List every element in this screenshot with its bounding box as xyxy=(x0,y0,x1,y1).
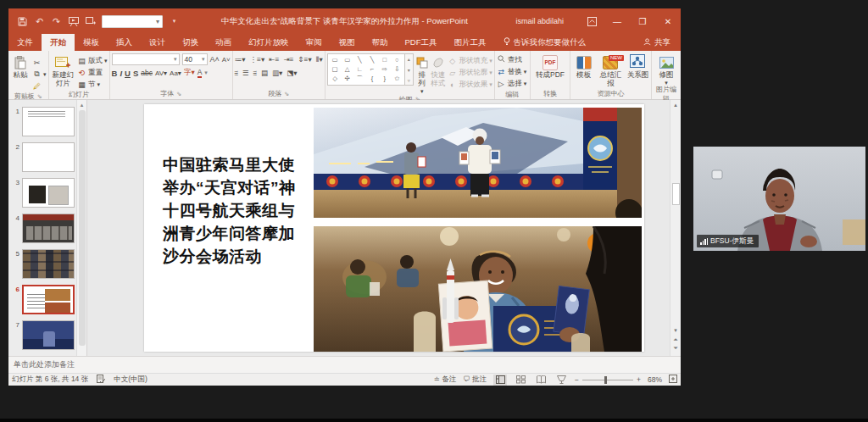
zoom-out-icon[interactable]: − xyxy=(575,375,579,384)
cut-button[interactable]: ✂ xyxy=(32,57,47,68)
slideshow-icon[interactable] xyxy=(68,16,79,27)
strikethrough-button[interactable]: abc xyxy=(141,69,153,77)
ribbon-display-options-button[interactable] xyxy=(579,8,604,34)
increase-font-icon[interactable]: A˄ xyxy=(210,55,220,64)
find-button[interactable]: 查找 xyxy=(497,54,522,65)
slide-title-textbox[interactable]: 中国驻索马里大使 举办“天宫对话”神 十四号航天乘组与 洲青少年问答摩加 沙分会… xyxy=(163,153,320,268)
arrange-button[interactable]: 排列▾ xyxy=(415,53,429,95)
format-painter-button[interactable]: 🖉 xyxy=(32,81,47,92)
align-center-icon[interactable]: ☰ xyxy=(242,69,249,77)
next-slide-icon[interactable]: ⏷ xyxy=(673,345,678,352)
slide-canvas[interactable]: 中国驻索马里大使 举办“天宫对话”神 十四号航天乘组与 洲青少年问答摩加 沙分会… xyxy=(144,104,644,352)
tab-transitions[interactable]: 切换 xyxy=(174,34,207,51)
thumbnail-slide-6-selected[interactable]: 6 xyxy=(12,285,75,314)
layout-button[interactable]: ▤版式▾ xyxy=(77,55,108,66)
bullets-icon[interactable]: ≔▾ xyxy=(235,55,246,64)
templates-button[interactable]: 模板 xyxy=(572,53,595,80)
align-right-icon[interactable]: Ⲷ xyxy=(253,69,257,77)
paragraph-dialog-launcher[interactable]: ⇘ xyxy=(284,91,289,97)
notes-toggle-button[interactable]: ≐ 备注 xyxy=(434,375,456,385)
increase-indent-icon[interactable]: ⇥≡ xyxy=(283,55,293,64)
tab-pdf-tools[interactable]: PDF工具 xyxy=(397,34,446,51)
scrollbar-thumb[interactable] xyxy=(79,110,86,346)
select-button[interactable]: ▷选择▾ xyxy=(497,78,527,89)
text-direction-icon[interactable]: ⫴▾ xyxy=(316,55,323,64)
numbering-icon[interactable]: ⋮≡▾ xyxy=(250,55,265,64)
share-button[interactable]: 共享 xyxy=(633,34,681,51)
thumbnail-slide-7[interactable]: 7 xyxy=(12,320,75,350)
slide-number-indicator[interactable]: 幻灯片 第 6 张, 共 14 张 xyxy=(12,375,88,385)
decrease-font-icon[interactable]: A˅ xyxy=(222,56,231,64)
slideshow-view-icon[interactable] xyxy=(554,375,568,386)
paste-button[interactable]: 粘贴 xyxy=(10,53,31,80)
shapes-gallery[interactable]: ▭▭╲╲□○ ▢△∟⌐⇨⇩ ◇✣⌒{}✩ xyxy=(327,53,405,86)
align-left-icon[interactable]: Ⲷ xyxy=(235,69,238,77)
replace-button[interactable]: ⇄替换▾ xyxy=(497,66,527,77)
thumbnail-slide-4[interactable]: 4 xyxy=(12,214,75,243)
slide-image-crowd-scene[interactable] xyxy=(314,226,642,352)
font-name-combobox[interactable]: ▾ xyxy=(112,53,180,65)
section-button[interactable]: ▦节▾ xyxy=(77,79,108,90)
new-slide-icon[interactable] xyxy=(85,16,96,27)
relationship-diagram-button[interactable]: 关系图 xyxy=(626,53,649,80)
previous-slide-icon[interactable]: ⏶ xyxy=(673,336,678,343)
clipboard-dialog-launcher[interactable]: ⇘ xyxy=(37,93,42,100)
video-call-window[interactable]: BFSU-伊斯曼 xyxy=(693,147,865,251)
zoom-slider[interactable] xyxy=(582,380,633,380)
spellcheck-icon[interactable] xyxy=(97,375,105,385)
shapes-gallery-scroll[interactable]: ▴▾▿ xyxy=(405,53,414,86)
restore-button[interactable]: ❐ xyxy=(630,8,655,34)
tab-template[interactable]: 模板 xyxy=(75,34,108,51)
close-button[interactable]: ✕ xyxy=(655,8,681,34)
thumbnail-scrollbar[interactable]: ▴ ▾ xyxy=(76,100,86,356)
tab-view[interactable]: 视图 xyxy=(331,34,364,51)
copy-button[interactable]: ⧉▾ xyxy=(32,69,47,80)
comments-toggle-button[interactable]: 🗩 批注 xyxy=(463,375,487,385)
underline-button[interactable]: U xyxy=(125,69,131,78)
pinyin-button[interactable]: 字▾ xyxy=(184,68,195,78)
decrease-indent-icon[interactable]: ⇤≡ xyxy=(269,55,279,64)
scrollbar-thumb[interactable] xyxy=(672,183,680,205)
tab-picture-tools[interactable]: 图片工具 xyxy=(446,34,495,51)
summary-report-button[interactable]: NEW 总结汇报 xyxy=(597,53,625,88)
thumbnail-slide-3[interactable]: 3 xyxy=(12,178,75,208)
bold-button[interactable]: B xyxy=(112,69,118,78)
thumbnail-slide-1[interactable]: 1 xyxy=(12,107,75,136)
tab-home[interactable]: 开始 xyxy=(42,34,75,51)
notes-pane[interactable]: 单击此处添加备注 xyxy=(8,356,681,373)
fit-to-window-icon[interactable] xyxy=(669,375,677,385)
shape-fill-button[interactable]: ◇形状填充▾ xyxy=(448,55,492,66)
slide-image-stage-scene[interactable] xyxy=(314,108,642,218)
tab-slideshow[interactable]: 幻灯片放映 xyxy=(240,34,298,51)
char-spacing-button[interactable]: AV▾ xyxy=(155,69,167,77)
smartart-convert-icon[interactable]: ⬔▾ xyxy=(287,69,297,77)
justify-icon[interactable]: ▤ xyxy=(261,69,268,77)
zoom-percentage[interactable]: 68% xyxy=(648,375,662,384)
tab-review[interactable]: 审阅 xyxy=(298,34,331,51)
signed-in-user[interactable]: ismail abdilahi xyxy=(515,17,564,25)
save-icon[interactable] xyxy=(17,16,28,27)
shape-effects-button[interactable]: ◐形状效果▾ xyxy=(448,79,492,90)
thumbnail-slide-2[interactable]: 2 xyxy=(12,142,75,172)
undo-icon[interactable]: ↶ xyxy=(34,16,45,27)
convert-pdf-button[interactable]: PDF 转成PDF xyxy=(532,53,568,80)
quick-styles-button[interactable]: 快速样式 xyxy=(431,53,446,88)
tell-me-box[interactable]: 告诉我你想要做什么 xyxy=(495,34,595,51)
minimize-button[interactable]: — xyxy=(604,8,630,34)
zoom-in-icon[interactable]: + xyxy=(637,375,641,384)
collapse-ribbon-icon[interactable]: ⌃ xyxy=(671,90,677,97)
retouch-button[interactable]: 修图▾ xyxy=(654,53,679,86)
font-dialog-launcher[interactable]: ⇘ xyxy=(176,91,181,97)
zoom-slider-handle[interactable] xyxy=(604,376,607,384)
font-size-combobox[interactable]: 40▾ xyxy=(182,53,208,65)
thumbnail-slide-5[interactable]: 5 xyxy=(12,249,75,279)
reset-button[interactable]: ⟲重置 xyxy=(77,67,108,78)
tab-file[interactable]: 文件 xyxy=(8,34,42,51)
tab-design[interactable]: 设计 xyxy=(141,34,174,51)
change-case-button[interactable]: Aa▾ xyxy=(170,69,181,77)
new-slide-button[interactable]: 新建幻灯片 xyxy=(51,53,75,88)
columns-icon[interactable]: ▥▾ xyxy=(272,69,282,77)
shape-outline-button[interactable]: ▱形状轮廓▾ xyxy=(448,67,492,78)
italic-button[interactable]: I xyxy=(120,69,122,78)
line-spacing-icon[interactable]: ⇕≡▾ xyxy=(298,55,312,64)
